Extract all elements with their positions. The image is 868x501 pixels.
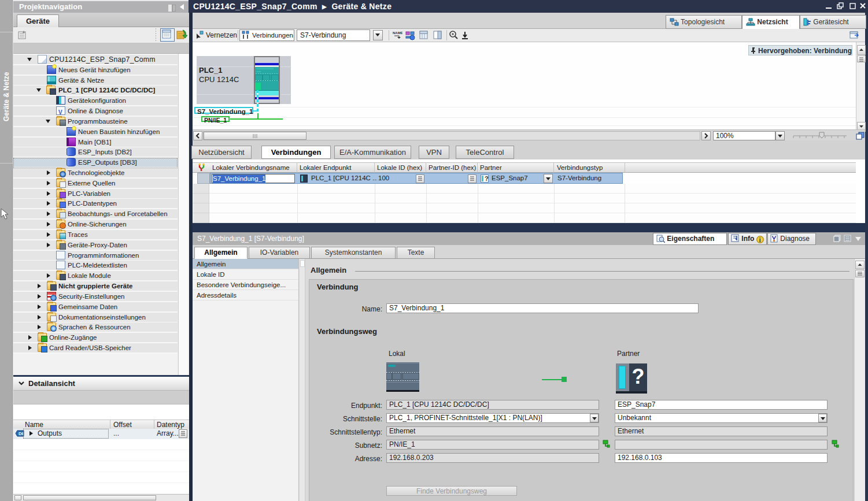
svg-text:NAME: NAME — [393, 31, 402, 35]
svg-text:DI: DI — [19, 431, 23, 436]
